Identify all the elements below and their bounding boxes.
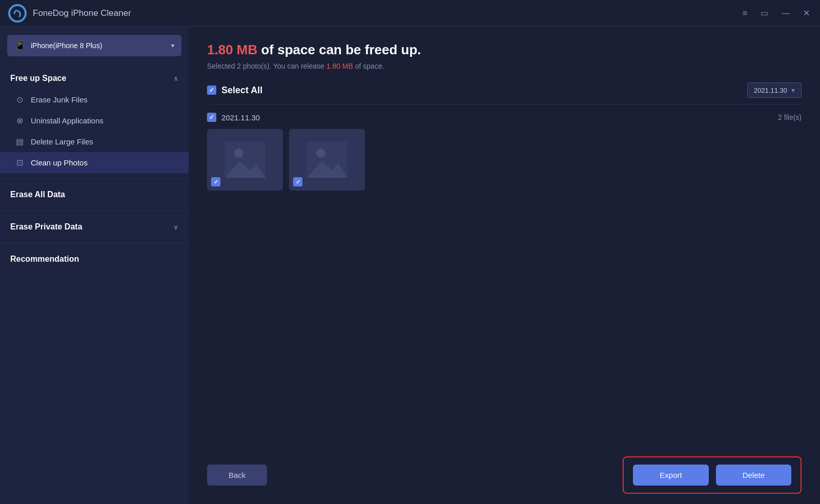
recommendation-header[interactable]: Recommendation — [0, 248, 189, 270]
clock-icon: ⊙ — [14, 95, 25, 104]
app-logo-icon — [8, 4, 27, 23]
sidebar-item-uninstall-applications[interactable]: ⊗ Uninstall Applications — [0, 110, 189, 131]
back-button[interactable]: Back — [207, 465, 267, 486]
app-icon: ⊗ — [14, 116, 25, 125]
photo-thumb-checkbox[interactable] — [293, 177, 302, 186]
app-title: FoneDog iPhone Cleaner — [33, 8, 131, 18]
select-all-checkbox[interactable] — [207, 86, 216, 95]
sidebar-section-erase-private-data: Erase Private Data ∨ — [0, 213, 189, 241]
sidebar: 📱 iPhone(iPhone 8 Plus) ▾ Free up Space … — [0, 27, 189, 504]
photo-group-left: 2021.11.30 — [207, 113, 260, 122]
erase-private-data-header[interactable]: Erase Private Data ∨ — [0, 216, 189, 238]
sidebar-divider-3 — [0, 243, 189, 243]
sidebar-item-label: Clean up Photos — [31, 158, 88, 167]
bottom-bar: Back Export Delete — [189, 446, 820, 504]
photo-thumb[interactable] — [289, 129, 365, 191]
photo-group-checkbox[interactable] — [207, 113, 216, 122]
phone-icon: 📱 — [14, 40, 26, 51]
content-area: 1.80 MB of space can be freed up. Select… — [189, 27, 820, 504]
sidebar-section-recommendation: Recommendation — [0, 245, 189, 273]
photo-placeholder-icon — [306, 142, 347, 178]
sidebar-section-free-up-space: Free up Space ∧ ⊙ Erase Junk Files ⊗ Uni… — [0, 65, 189, 176]
sidebar-divider-2 — [0, 211, 189, 211]
select-all-label: Select All — [221, 85, 262, 96]
subtitle-size: 1.80 MB — [326, 62, 353, 70]
photo-group-count: 2 file(s) — [778, 113, 802, 121]
recommendation-title: Recommendation — [10, 255, 79, 264]
svg-point-0 — [9, 5, 26, 22]
date-dropdown[interactable]: 2021.11.30 ▾ — [747, 82, 802, 98]
date-dropdown-label: 2021.11.30 — [754, 87, 787, 94]
space-subtitle: Selected 2 photo(s). You can release 1.8… — [207, 62, 802, 70]
sidebar-item-delete-large-files[interactable]: ▤ Delete Large Files — [0, 131, 189, 152]
menu-icon[interactable]: ≡ — [741, 7, 749, 20]
sidebar-item-label: Uninstall Applications — [31, 116, 104, 125]
titlebar-left: FoneDog iPhone Cleaner — [8, 4, 131, 23]
chat-icon[interactable]: ▭ — [758, 6, 770, 20]
delete-button[interactable]: Delete — [716, 465, 791, 486]
free-up-space-arrow-icon: ∧ — [173, 74, 178, 82]
device-selector[interactable]: 📱 iPhone(iPhone 8 Plus) ▾ — [7, 35, 181, 56]
photo-placeholder-icon — [224, 142, 265, 178]
erase-private-data-title: Erase Private Data — [10, 222, 83, 232]
photos-grid — [207, 129, 802, 191]
photo-icon: ⊡ — [14, 158, 25, 167]
sidebar-item-erase-junk-files[interactable]: ⊙ Erase Junk Files — [0, 89, 189, 110]
content-header: 1.80 MB of space can be freed up. Select… — [207, 42, 802, 70]
sidebar-item-label: Delete Large Files — [31, 137, 93, 146]
select-all-left: Select All — [207, 85, 262, 96]
titlebar-controls: ≡ ▭ — ✕ — [741, 6, 812, 20]
photo-thumb[interactable] — [207, 129, 283, 191]
sidebar-section-erase-all-data: Erase All Data — [0, 181, 189, 208]
select-all-row: Select All 2021.11.30 ▾ — [207, 82, 802, 104]
photo-group-header: 2021.11.30 2 file(s) — [207, 113, 802, 122]
sidebar-item-clean-up-photos[interactable]: ⊡ Clean up Photos — [0, 152, 189, 173]
device-label: iPhone(iPhone 8 Plus) — [31, 41, 166, 50]
space-title: 1.80 MB of space can be freed up. — [207, 42, 802, 58]
date-dropdown-arrow-icon: ▾ — [791, 86, 795, 94]
minimize-icon[interactable]: — — [780, 7, 792, 20]
subtitle-suffix: of space. — [353, 62, 384, 70]
size-highlight: 1.80 MB — [207, 42, 257, 57]
free-up-space-header[interactable]: Free up Space ∧ — [0, 68, 189, 89]
free-up-space-title: Free up Space — [10, 74, 66, 83]
erase-all-data-header[interactable]: Erase All Data — [0, 184, 189, 205]
titlebar: FoneDog iPhone Cleaner ≡ ▭ — ✕ — [0, 0, 820, 27]
bottom-right-actions: Export Delete — [623, 456, 802, 494]
erase-private-data-arrow-icon: ∨ — [173, 223, 178, 231]
subtitle-prefix: Selected 2 photo(s). You can release — [207, 62, 326, 70]
svg-point-2 — [234, 149, 243, 158]
close-icon[interactable]: ✕ — [801, 6, 812, 20]
export-button[interactable]: Export — [633, 465, 708, 486]
file-icon: ▤ — [14, 137, 25, 146]
photo-group: 2021.11.30 2 file(s) — [207, 113, 802, 191]
sidebar-divider-1 — [0, 178, 189, 179]
title-text: of space can be freed up. — [257, 42, 421, 57]
main-layout: 📱 iPhone(iPhone 8 Plus) ▾ Free up Space … — [0, 27, 820, 504]
device-selector-arrow-icon: ▾ — [171, 42, 174, 49]
sidebar-item-label: Erase Junk Files — [31, 95, 88, 104]
svg-point-5 — [316, 149, 325, 158]
photo-thumb-checkbox[interactable] — [211, 177, 220, 186]
erase-all-data-title: Erase All Data — [10, 190, 65, 199]
photo-group-date: 2021.11.30 — [221, 113, 260, 122]
